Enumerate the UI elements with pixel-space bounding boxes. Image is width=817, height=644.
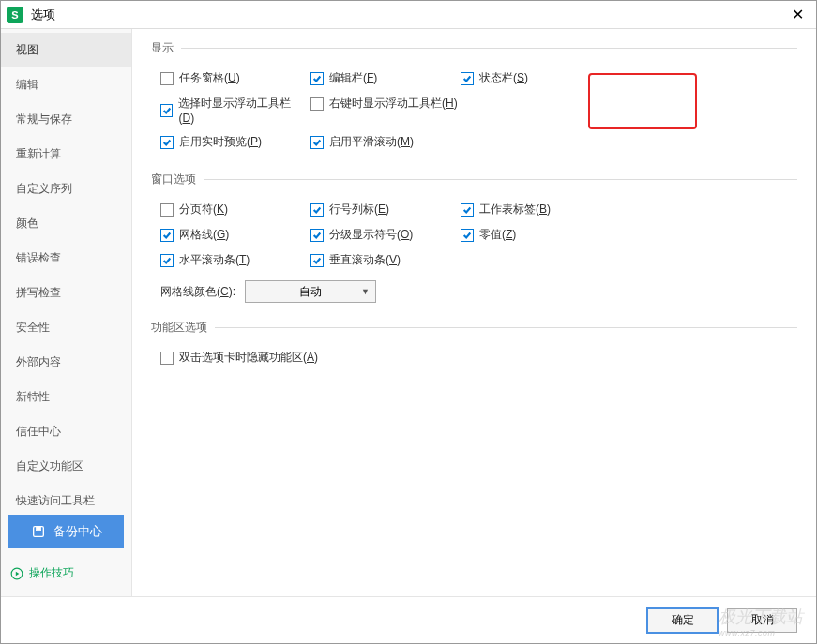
checkbox-vscroll[interactable]: 垂直滚动条(V) [301, 252, 451, 268]
content-panel: 显示 任务窗格(U) 编辑栏(F) 状态栏(S) 选择时显示浮动工具栏(D) 右… [132, 29, 816, 596]
section-display-legend: 显示 [151, 40, 181, 56]
sidebar-item-security[interactable]: 安全性 [1, 310, 131, 345]
sidebar-item-quick-access[interactable]: 快速访问工具栏 [1, 484, 131, 505]
section-window-options: 窗口选项 分页符(K) 行号列标(E) 工作表标签(B) 网格线(G) 分级显示… [151, 172, 797, 303]
section-display: 显示 任务窗格(U) 编辑栏(F) 状态栏(S) 选择时显示浮动工具栏(D) 右… [151, 40, 797, 155]
section-window-legend: 窗口选项 [151, 172, 204, 187]
sidebar-item-color[interactable]: 颜色 [1, 206, 131, 241]
ok-button[interactable]: 确定 [647, 608, 718, 633]
sidebar-item-general-save[interactable]: 常规与保存 [1, 102, 131, 137]
sidebar-item-new-features[interactable]: 新特性 [1, 380, 131, 414]
checkbox-task-pane[interactable]: 任务窗格(U) [151, 70, 301, 86]
tips-label: 操作技巧 [29, 565, 74, 581]
sidebar-item-error-check[interactable]: 错误检查 [1, 241, 131, 276]
checkbox-rclick-float-toolbar[interactable]: 右键时显示浮动工具栏(H) [301, 96, 470, 112]
window-title: 选项 [31, 7, 784, 23]
sidebar-item-recalc[interactable]: 重新计算 [1, 137, 131, 172]
dialog-footer: 确定 取消 极光下载站 www.xz7.com [1, 596, 816, 643]
backup-center-button[interactable]: 备份中心 [8, 515, 124, 548]
sidebar-item-custom-lists[interactable]: 自定义序列 [1, 172, 131, 206]
checkbox-smooth-scroll[interactable]: 启用平滑滚动(M) [301, 134, 451, 150]
checkbox-status-bar[interactable]: 状态栏(S) [451, 70, 601, 86]
play-icon [10, 567, 23, 580]
checkbox-page-break[interactable]: 分页符(K) [151, 202, 301, 217]
chevron-down-icon: ▼ [361, 287, 370, 296]
section-ribbon-legend: 功能区选项 [151, 320, 215, 336]
sidebar-item-external[interactable]: 外部内容 [1, 345, 131, 380]
checkbox-sheet-tabs[interactable]: 工作表标签(B) [451, 202, 601, 217]
backup-label: 备份中心 [53, 523, 102, 540]
checkbox-dblclick-hide-ribbon[interactable]: 双击选项卡时隐藏功能区(A) [151, 350, 320, 366]
gridline-color-dropdown[interactable]: 自动 ▼ [245, 280, 376, 303]
tips-link[interactable]: 操作技巧 [1, 558, 131, 592]
section-ribbon-options: 功能区选项 双击选项卡时隐藏功能区(A) [151, 320, 797, 370]
checkbox-zero-values[interactable]: 零值(Z) [451, 227, 601, 243]
svg-rect-1 [36, 527, 40, 531]
sidebar-item-spellcheck[interactable]: 拼写检查 [1, 276, 131, 310]
titlebar: S 选项 ✕ [1, 1, 816, 29]
checkbox-hscroll[interactable]: 水平滚动条(T) [151, 252, 301, 268]
sidebar-item-view[interactable]: 视图 [1, 33, 131, 67]
sidebar-item-edit[interactable]: 编辑 [1, 67, 131, 102]
checkbox-outline-symbols[interactable]: 分级显示符号(O) [301, 227, 451, 243]
options-dialog: S 选项 ✕ 视图 编辑 常规与保存 重新计算 自定义序列 颜色 错误检查 拼写… [0, 0, 817, 644]
backup-icon [31, 524, 46, 539]
checkbox-gridlines[interactable]: 网格线(G) [151, 227, 301, 243]
app-logo-icon: S [7, 7, 23, 23]
checkbox-formula-bar[interactable]: 编辑栏(F) [301, 70, 451, 86]
close-button[interactable]: ✕ [784, 2, 810, 28]
checkbox-select-float-toolbar[interactable]: 选择时显示浮动工具栏(D) [151, 96, 301, 125]
gridline-color-label: 网格线颜色(C): [160, 284, 235, 300]
checkbox-rowcol-headers[interactable]: 行号列标(E) [301, 202, 451, 217]
dialog-body: 视图 编辑 常规与保存 重新计算 自定义序列 颜色 错误检查 拼写检查 安全性 … [1, 29, 816, 596]
gridline-color-value: 自动 [299, 284, 322, 300]
sidebar-item-trust-center[interactable]: 信任中心 [1, 414, 131, 449]
sidebar: 视图 编辑 常规与保存 重新计算 自定义序列 颜色 错误检查 拼写检查 安全性 … [1, 29, 132, 596]
sidebar-items: 视图 编辑 常规与保存 重新计算 自定义序列 颜色 错误检查 拼写检查 安全性 … [1, 33, 131, 505]
checkbox-live-preview[interactable]: 启用实时预览(P) [151, 134, 301, 150]
sidebar-item-customize-ribbon[interactable]: 自定义功能区 [1, 449, 131, 484]
cancel-button[interactable]: 取消 [727, 608, 797, 633]
